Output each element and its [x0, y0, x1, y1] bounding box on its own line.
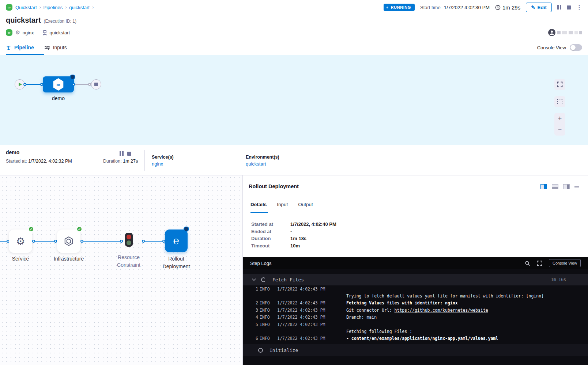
stage-name: demo	[6, 149, 19, 155]
detail-row-duration: Duration1m 18s	[251, 235, 336, 242]
stop-stage-button[interactable]	[127, 152, 131, 156]
elapsed-time: 1m 29s	[495, 4, 520, 11]
elapsed-time-value: 1m 29s	[502, 4, 520, 11]
search-icon[interactable]	[525, 261, 530, 266]
marquee-select-button[interactable]	[554, 96, 565, 107]
lower-split: ⚙ ✓ ✓ ℮	[0, 175, 588, 365]
tab-input[interactable]: Input	[277, 202, 288, 207]
breadcrumb-pipeline-name[interactable]: quickstart	[69, 5, 90, 10]
breadcrumb-project[interactable]: Quickstart	[15, 5, 37, 10]
avatar-icon[interactable]	[548, 29, 555, 36]
tab-pipeline[interactable]: Pipeline	[6, 40, 39, 55]
infrastructure-hexagon-icon	[63, 236, 74, 247]
step-node-rollout-deployment[interactable]: ℮	[165, 229, 188, 252]
tab-output[interactable]: Output	[298, 202, 313, 207]
running-spinner-badge	[70, 74, 75, 80]
chevron-down-icon	[252, 278, 256, 281]
detail-row-ended-at: Ended at-	[251, 228, 336, 235]
console-view-control: Console View	[537, 44, 582, 51]
duration-label: Duration:	[103, 159, 122, 164]
environment-tag[interactable]: quickstart	[42, 30, 70, 35]
gear-icon: ⚙	[16, 235, 25, 247]
log-line: 4INFO1/7/2022 4:02:43 PMBranch: main	[243, 314, 588, 321]
section-duration: 1m 16s	[551, 277, 566, 282]
log-section-fetch-files[interactable]: Fetch Files 1m 16s	[243, 274, 588, 285]
step-node-service[interactable]: ⚙	[9, 229, 32, 253]
success-check-badge: ✓	[28, 226, 34, 232]
detail-row-timeout: Timeout10m	[251, 242, 336, 250]
zoom-in-button[interactable]: +	[554, 113, 565, 124]
edit-button-label: Edit	[538, 5, 547, 10]
layout-split-right-button[interactable]	[540, 184, 547, 189]
pipeline-icon	[6, 45, 11, 50]
execution-id: (Execution ID: 1)	[44, 19, 76, 24]
gear-icon: ⚙	[15, 29, 20, 36]
minimize-panel-button[interactable]	[574, 186, 579, 187]
tab-details[interactable]: Details	[250, 202, 267, 207]
pipeline-execution-page: ∞ Quickstart › Pipelines › quickstart › …	[0, 0, 588, 368]
pending-circle-icon	[258, 348, 263, 353]
panel-title: Rollout Deployment	[249, 183, 299, 189]
log-line: 2INFO1/7/2022 4:02:43 PMFetching Values …	[243, 300, 588, 307]
started-at-value: 1/7/2022, 4:02:32 PM	[28, 159, 72, 164]
console-view-button[interactable]: Console View	[549, 259, 581, 267]
pause-stage-button[interactable]	[120, 151, 124, 156]
service-tag-label: nginx	[22, 30, 34, 35]
stage-duration: Duration: 1m 27s	[103, 159, 138, 164]
redacted-user-info	[562, 31, 567, 34]
step-logs-console: Step Logs Console View	[243, 257, 588, 365]
console-view-label: Console View	[537, 45, 566, 50]
edit-button[interactable]: ✎ Edit	[526, 3, 552, 12]
divider	[144, 150, 145, 171]
service-tag[interactable]: ⚙ nginx	[15, 29, 34, 36]
zoom-out-button[interactable]: −	[554, 124, 565, 136]
pause-execution-button[interactable]	[557, 5, 561, 10]
pipeline-end-node[interactable]	[91, 79, 101, 90]
breadcrumb-separator: ›	[65, 5, 67, 10]
git-connector-link[interactable]: https://github.com/kubernetes/website	[395, 308, 488, 313]
tab-pipeline-label: Pipeline	[14, 45, 34, 50]
edge-line	[35, 241, 54, 242]
environment-icon	[42, 30, 48, 35]
tab-inputs[interactable]: Inputs	[39, 40, 72, 55]
stop-icon	[94, 83, 98, 86]
tags-row: ∞ ⚙ nginx quickstart	[0, 24, 588, 37]
log-line: 1INFO1/7/2022 4:02:43 PM	[243, 285, 588, 292]
connector-dot	[80, 240, 83, 243]
environment-tag-label: quickstart	[50, 30, 70, 35]
environment-link[interactable]: quickstart	[246, 161, 279, 167]
status-badge-label: RUNNING	[391, 5, 411, 10]
execution-graph[interactable]: ⚙ ✓ ✓ ℮	[0, 175, 242, 365]
resource-constraint-node[interactable]	[125, 233, 133, 247]
stage-controls	[120, 151, 131, 156]
console-view-toggle[interactable]	[570, 44, 582, 51]
top-bar-actions: RUNNING Start time 1/7/2022 4:02:30 PM 1…	[384, 3, 582, 12]
more-options-menu[interactable]: ⋮	[576, 4, 582, 10]
top-bar: ∞ Quickstart › Pipelines › quickstart › …	[0, 0, 588, 15]
stage-node-demo[interactable]: ∞	[43, 76, 74, 92]
pipeline-canvas[interactable]: ∞ demo + −	[0, 55, 588, 145]
page-title: quickstart	[6, 16, 41, 24]
edge-line	[75, 84, 90, 85]
fullscreen-icon	[557, 81, 563, 87]
log-section-initialize[interactable]: Initialize	[243, 344, 588, 356]
service-link[interactable]: nginx	[152, 161, 174, 167]
pencil-icon: ✎	[531, 4, 535, 10]
inputs-icon	[44, 45, 50, 50]
section-title: Initialize	[270, 348, 298, 353]
harness-cd-icon: ∞	[6, 29, 12, 36]
section-title: Fetch Files	[272, 277, 304, 282]
panel-tab-bar: Details Input Output	[243, 196, 588, 213]
step-node-infrastructure[interactable]	[57, 229, 80, 253]
layout-split-bottom-button[interactable]	[552, 184, 558, 189]
stage-label: demo	[43, 95, 74, 101]
user-avatar-area	[548, 29, 582, 36]
layout-panel-right-button[interactable]	[563, 184, 570, 189]
console-header: Step Logs Console View	[243, 257, 588, 269]
fullscreen-button[interactable]	[554, 79, 565, 90]
breadcrumb-pipelines[interactable]: Pipelines	[44, 5, 63, 10]
expand-icon[interactable]	[537, 261, 542, 266]
stop-execution-button[interactable]	[567, 5, 571, 10]
play-icon	[19, 83, 22, 86]
rollout-deployment-icon: ℮	[173, 235, 180, 247]
